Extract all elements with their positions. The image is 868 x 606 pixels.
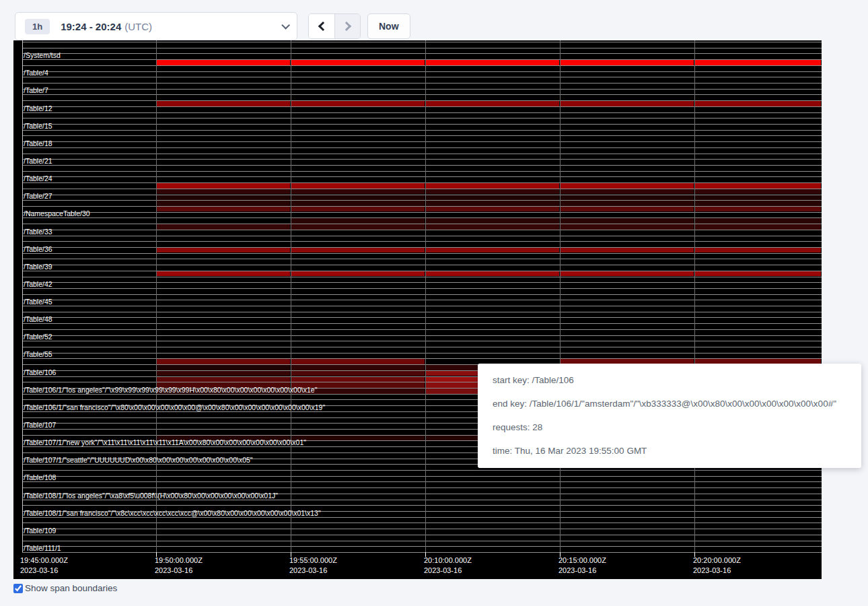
- heatmap-cell[interactable]: [695, 218, 821, 224]
- heatmap-cell[interactable]: [560, 101, 694, 106]
- span-boundary-line: [22, 265, 822, 265]
- heatmap-cell[interactable]: [157, 271, 290, 277]
- heatmap-cell[interactable]: [426, 60, 559, 65]
- heatmap-cell[interactable]: [560, 207, 694, 212]
- heatmap-cell[interactable]: [426, 224, 559, 230]
- heatmap-cell[interactable]: [426, 248, 559, 253]
- heatmap-cell[interactable]: [426, 183, 559, 189]
- span-boundary-line: [22, 212, 822, 213]
- heatmap-cell[interactable]: [426, 201, 559, 206]
- time-range-selector[interactable]: 1h 19:24 - 20:24 (UTC): [15, 12, 297, 40]
- span-boundary-line: [22, 89, 822, 90]
- prev-time-button[interactable]: [309, 14, 334, 38]
- span-label: /Table/52: [24, 333, 52, 341]
- heatmap-cell[interactable]: [426, 195, 559, 201]
- span-label: /NamespaceTable/30: [24, 209, 90, 217]
- span-boundary-line: [22, 259, 822, 259]
- heatmap-cell[interactable]: [291, 218, 425, 224]
- heatmap-cell[interactable]: [695, 189, 821, 195]
- heatmap-cell[interactable]: [426, 101, 559, 106]
- span-boundary-line: [22, 517, 822, 518]
- heatmap-cell[interactable]: [157, 201, 290, 206]
- heatmap-cell[interactable]: [157, 365, 290, 370]
- span-boundary-line: [22, 130, 822, 131]
- heatmap-cell[interactable]: [157, 377, 290, 382]
- heatmap-cell[interactable]: [157, 101, 290, 106]
- span-boundary-line: [22, 141, 822, 142]
- heatmap-cell[interactable]: [560, 271, 694, 277]
- span-boundary-line: [22, 147, 822, 148]
- heatmap-cell[interactable]: [560, 201, 694, 206]
- heatmap-cell[interactable]: [695, 271, 821, 277]
- heatmap-cell[interactable]: [695, 195, 821, 201]
- span-boundary-line: [22, 353, 822, 354]
- span-boundary-line: [22, 306, 822, 306]
- span-boundary-line: [22, 230, 822, 230]
- span-label: /System/tsd: [24, 51, 61, 59]
- heatmap-cell[interactable]: [291, 189, 425, 195]
- heatmap-cell[interactable]: [291, 365, 425, 370]
- heatmap-cell[interactable]: [695, 201, 821, 206]
- heatmap-cell[interactable]: [695, 207, 821, 212]
- heatmap-cell[interactable]: [695, 248, 821, 253]
- heatmap-cell[interactable]: [157, 195, 290, 201]
- now-button[interactable]: Now: [367, 13, 410, 39]
- span-boundary-line: [22, 253, 822, 254]
- heatmap-cell[interactable]: [695, 183, 821, 189]
- heatmap-cell[interactable]: [560, 224, 694, 230]
- show-span-boundaries-checkbox[interactable]: [13, 584, 23, 593]
- heatmap-cell[interactable]: [291, 377, 425, 382]
- heatmap-cell[interactable]: [291, 248, 425, 253]
- heatmap-cell[interactable]: [291, 271, 425, 277]
- span-label: /Table/4: [24, 69, 48, 77]
- heatmap-cell[interactable]: [695, 224, 821, 230]
- heatmap-cell[interactable]: [291, 101, 425, 106]
- span-boundary-line: [22, 323, 822, 324]
- heatmap-cell[interactable]: [291, 201, 425, 206]
- span-boundary-line: [22, 487, 822, 488]
- heatmap-cell[interactable]: [426, 207, 559, 212]
- heatmap-cell[interactable]: [560, 248, 694, 253]
- heatmap-cell[interactable]: [560, 189, 694, 195]
- axis-left-line: [22, 40, 23, 552]
- heatmap-cell[interactable]: [157, 183, 290, 189]
- heatmap-cell[interactable]: [426, 189, 559, 195]
- heatmap-cell[interactable]: [291, 371, 425, 376]
- heatmap-cell[interactable]: [291, 207, 425, 212]
- heatmap-cell[interactable]: [157, 189, 290, 195]
- heatmap[interactable]: /System/tsd/Table/4/Table/7/Table/12/Tab…: [13, 40, 822, 579]
- heatmap-cell[interactable]: [157, 248, 290, 253]
- time-range-text: 19:24 - 20:24: [61, 21, 121, 32]
- heatmap-cell[interactable]: [695, 60, 821, 65]
- heatmap-cell[interactable]: [560, 195, 694, 201]
- heatmap-cell[interactable]: [695, 101, 821, 106]
- heatmap-cell[interactable]: [291, 359, 425, 364]
- span-boundary-line: [22, 48, 822, 48]
- heatmap-cell[interactable]: [291, 436, 425, 441]
- heatmap-cell[interactable]: [560, 183, 694, 189]
- span-boundary-line: [22, 505, 822, 506]
- heatmap-cell[interactable]: [291, 60, 425, 65]
- heatmap-cell[interactable]: [157, 359, 290, 364]
- heatmap-cell[interactable]: [560, 60, 694, 65]
- heatmap-cell[interactable]: [157, 224, 290, 230]
- heatmap-cell[interactable]: [157, 207, 290, 212]
- span-boundary-line: [22, 329, 822, 330]
- tooltip-time: time: Thu, 16 Mar 2023 19:55:00 GMT: [493, 444, 846, 458]
- heatmap-cell[interactable]: [291, 183, 425, 189]
- next-time-button[interactable]: [334, 14, 360, 38]
- heatmap-cell[interactable]: [291, 224, 425, 230]
- footer: Show span boundaries: [13, 583, 117, 593]
- heatmap-cell[interactable]: [157, 371, 290, 376]
- span-boundary-line: [22, 277, 822, 277]
- heatmap-cell[interactable]: [157, 60, 290, 65]
- span-label: /Table/108: [24, 473, 56, 481]
- heatmap-cell[interactable]: [426, 218, 559, 224]
- span-label: /Table/45: [24, 298, 52, 306]
- span-label: /Table/33: [24, 228, 52, 236]
- span-boundary-line: [22, 294, 822, 295]
- heatmap-cell[interactable]: [291, 195, 425, 201]
- heatmap-cell[interactable]: [560, 218, 694, 224]
- time-preset-badge: 1h: [25, 19, 50, 34]
- heatmap-cell[interactable]: [426, 271, 559, 277]
